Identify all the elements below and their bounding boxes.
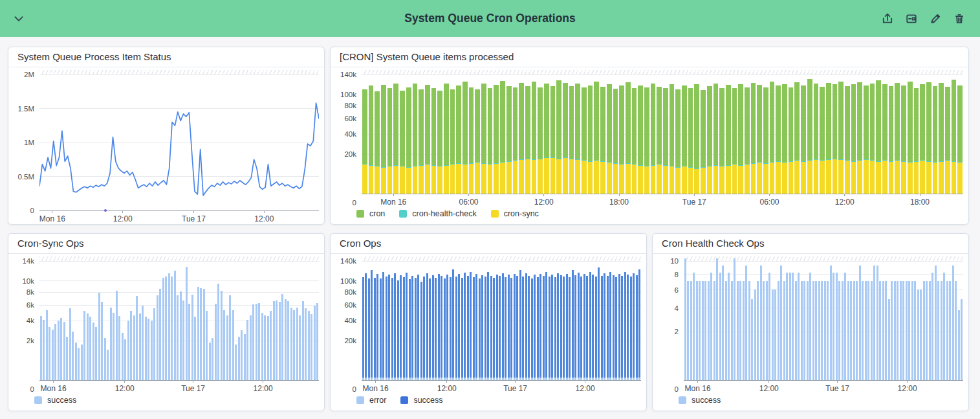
bar[interactable] (400, 261, 402, 380)
bar[interactable] (441, 261, 442, 380)
bar[interactable] (397, 261, 399, 380)
bar[interactable] (426, 261, 428, 380)
bar[interactable] (734, 261, 735, 380)
bar[interactable] (525, 74, 530, 194)
bar[interactable] (276, 261, 278, 380)
bar[interactable] (902, 261, 904, 380)
bar[interactable] (145, 261, 147, 380)
bar[interactable] (221, 261, 223, 380)
legend-item-cron-health-check[interactable]: cron-health-check (399, 209, 476, 218)
bar[interactable] (906, 261, 908, 380)
bar[interactable] (463, 74, 468, 194)
bar[interactable] (209, 261, 211, 380)
bar[interactable] (113, 261, 114, 380)
bar[interactable] (40, 261, 42, 380)
bar[interactable] (293, 261, 295, 380)
bar[interactable] (961, 261, 963, 380)
bar[interactable] (786, 261, 788, 380)
bar[interactable] (745, 74, 750, 194)
bar[interactable] (302, 261, 304, 380)
bar[interactable] (415, 261, 417, 380)
bar[interactable] (598, 261, 600, 380)
bar[interactable] (386, 261, 387, 380)
bar[interactable] (63, 261, 65, 380)
bar[interactable] (716, 261, 718, 380)
bar[interactable] (432, 261, 434, 380)
bar[interactable] (789, 261, 791, 380)
bar[interactable] (770, 74, 775, 194)
bar[interactable] (481, 261, 483, 380)
bar[interactable] (726, 74, 731, 194)
bar[interactable] (469, 74, 474, 194)
bar[interactable] (182, 261, 184, 380)
bar[interactable] (693, 261, 695, 380)
bar[interactable] (200, 261, 202, 380)
bar[interactable] (772, 261, 774, 380)
bar[interactable] (687, 261, 689, 380)
bar[interactable] (782, 74, 787, 194)
bar[interactable] (411, 261, 413, 380)
bar[interactable] (467, 261, 469, 380)
bar[interactable] (290, 261, 292, 380)
bar[interactable] (955, 261, 957, 380)
bar[interactable] (920, 261, 922, 380)
bar[interactable] (696, 261, 698, 380)
bar[interactable] (888, 261, 890, 380)
bar[interactable] (423, 261, 425, 380)
collapse-dashboard-button[interactable] (9, 9, 28, 28)
legend-item-cron-sync[interactable]: cron-sync (491, 209, 539, 218)
bar[interactable] (949, 261, 951, 380)
bar[interactable] (871, 261, 873, 380)
legend-item-error[interactable]: error (356, 396, 386, 405)
bar[interactable] (107, 261, 109, 380)
bar[interactable] (382, 261, 384, 380)
bar[interactable] (510, 261, 512, 380)
bar[interactable] (406, 74, 411, 194)
bar[interactable] (488, 74, 493, 194)
bar[interactable] (223, 261, 225, 380)
bar[interactable] (368, 261, 370, 380)
bar[interactable] (826, 74, 831, 194)
bar[interactable] (72, 261, 74, 380)
bar[interactable] (801, 261, 803, 380)
bar[interactable] (815, 261, 817, 380)
bar[interactable] (461, 261, 463, 380)
bar[interactable] (487, 261, 489, 380)
plot-area[interactable]: Mon 1612:00Tue 1712:00 (362, 256, 641, 381)
bar-chart-cron-ops[interactable]: 140k100k80k60k40k20k0Mon 1612:00Tue 1712… (331, 254, 646, 394)
bar[interactable] (638, 261, 640, 380)
bar[interactable] (479, 261, 481, 380)
bar[interactable] (575, 74, 580, 194)
bar[interactable] (914, 261, 916, 380)
bar[interactable] (651, 74, 656, 194)
bar[interactable] (710, 261, 712, 380)
bar[interactable] (256, 261, 257, 380)
bar[interactable] (760, 261, 762, 380)
bar[interactable] (957, 74, 963, 194)
bar[interactable] (908, 261, 910, 380)
bar[interactable] (388, 261, 390, 380)
bar[interactable] (937, 261, 939, 380)
bar[interactable] (98, 261, 100, 380)
bar[interactable] (833, 261, 834, 380)
bar[interactable] (783, 261, 785, 380)
bar[interactable] (556, 74, 561, 194)
bar[interactable] (376, 261, 378, 380)
bar[interactable] (270, 261, 272, 380)
bar[interactable] (763, 74, 768, 194)
bar[interactable] (627, 261, 629, 380)
bar[interactable] (475, 74, 480, 194)
bar[interactable] (586, 261, 588, 380)
bar[interactable] (701, 74, 706, 194)
bar[interactable] (252, 261, 254, 380)
bar[interactable] (264, 261, 266, 380)
bar[interactable] (731, 261, 733, 380)
bar[interactable] (952, 261, 954, 380)
bar[interactable] (519, 261, 521, 380)
bar[interactable] (865, 261, 867, 380)
bar[interactable] (618, 261, 620, 380)
bar[interactable] (250, 261, 252, 380)
bar[interactable] (613, 74, 618, 194)
bar[interactable] (682, 74, 687, 194)
bar[interactable] (768, 261, 770, 380)
